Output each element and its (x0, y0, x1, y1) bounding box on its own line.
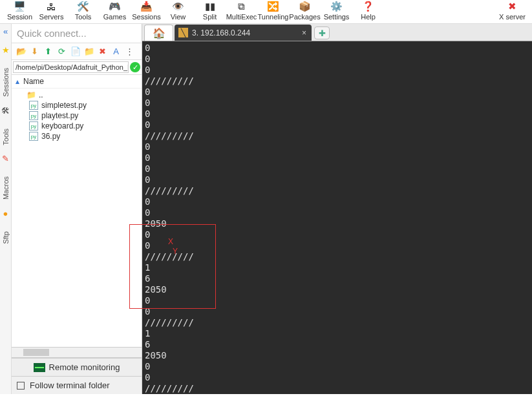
strip-collapse-icon[interactable]: « (3, 26, 8, 36)
strip-sftp-icon[interactable]: ● (3, 209, 8, 218)
tb-xserver-icon: ✖ (506, 2, 519, 11)
tb-sessions-icon: 📥 (140, 2, 153, 11)
tb-packages-icon: 📦 (299, 2, 312, 11)
file-name: simpletest.py (41, 101, 87, 110)
sftp-toolbar: 📂⬇⬆⟳📄📁✖A⋮ (12, 43, 142, 60)
strip-sessions-icon[interactable]: ★ (2, 45, 10, 55)
nav-more-icon[interactable]: ⋮ (124, 46, 135, 57)
nav-open-icon[interactable]: 📂 (16, 46, 27, 57)
tb-tools[interactable]: 🛠️Tools (67, 2, 99, 21)
tb-tools-label: Tools (67, 13, 99, 21)
file-row[interactable]: py36.py (12, 131, 142, 141)
file-row[interactable]: pykeyboard.py (12, 121, 142, 131)
content-area: 🏠 ╲ 3. 192.168.0.244 × ✚ 0 0 0 /////////… (142, 24, 532, 394)
file-name: playtest.py (41, 111, 78, 120)
tb-xserver-label: X server (496, 13, 528, 21)
file-name: .. (39, 90, 43, 99)
nav-newfile-icon[interactable]: 📄 (70, 46, 81, 57)
tb-view-label: View (162, 13, 194, 21)
tb-games-icon: 🎮 (109, 2, 122, 11)
python-file-icon: py (28, 132, 39, 141)
tb-view-icon: 👁️ (172, 2, 185, 11)
tb-settings[interactable]: ⚙️Settings (321, 2, 352, 21)
tb-session[interactable]: 🖥️Session (4, 2, 36, 21)
strip-macros-icon[interactable]: ✎ (2, 154, 9, 163)
new-tab-button[interactable]: ✚ (314, 26, 330, 39)
tb-sessions-label: Sessions (131, 13, 162, 21)
tb-tunneling-label: Tunneling (257, 13, 289, 21)
tb-games-label: Games (99, 13, 131, 21)
monitor-icon (34, 363, 45, 372)
tb-help[interactable]: ❓Help (352, 2, 384, 21)
tb-split[interactable]: ▮▮Split (194, 2, 226, 21)
nav-download-icon[interactable]: ⬇ (29, 46, 40, 57)
follow-terminal-checkbox[interactable]: Follow terminal folder (12, 377, 142, 394)
tb-servers-label: Servers (36, 13, 67, 21)
tb-settings-icon: ⚙️ (330, 2, 343, 11)
tb-packages[interactable]: 📦Packages (289, 2, 321, 21)
path-input[interactable]: /home/pi/Desktop/Adafruit_Python_MP (13, 61, 129, 73)
python-file-icon: py (28, 111, 39, 120)
tb-session-icon: 🖥️ (14, 2, 27, 11)
tb-tunneling-icon: 🔀 (267, 2, 280, 11)
home-icon: 🏠 (153, 27, 165, 39)
quick-connect-input[interactable]: Quick connect... (12, 24, 142, 43)
close-tab-icon[interactable]: × (302, 28, 306, 37)
tb-settings-label: Settings (321, 13, 352, 21)
nav-upload-icon[interactable]: ⬆ (43, 46, 54, 57)
nav-delete-icon[interactable]: ✖ (97, 46, 108, 57)
tb-tunneling[interactable]: 🔀Tunneling (257, 2, 289, 21)
file-row[interactable]: pysimpletest.py (12, 100, 142, 110)
tb-view[interactable]: 👁️View (162, 2, 194, 21)
terminal-icon: ╲ (178, 28, 188, 37)
side-strip: «★Sessions🛠Tools✎Macros●Sftp (0, 24, 12, 394)
tb-session-label: Session (4, 13, 36, 21)
python-file-icon: py (28, 121, 39, 130)
session-tab[interactable]: ╲ 3. 192.168.0.244 × (175, 25, 312, 41)
tb-tools-icon: 🛠️ (77, 2, 90, 11)
annotation-y: Y (173, 247, 178, 256)
file-name: 36.py (41, 132, 60, 141)
tab-bar: 🏠 ╲ 3. 192.168.0.244 × ✚ (142, 24, 532, 41)
file-row[interactable]: pyplaytest.py (12, 110, 142, 121)
tb-games[interactable]: 🎮Games (99, 2, 131, 21)
path-row: /home/pi/Desktop/Adafruit_Python_MP ✓ (12, 60, 142, 75)
python-file-icon: py (28, 101, 39, 110)
strip-tools-icon[interactable]: 🛠 (1, 106, 10, 116)
column-name: Name (23, 77, 44, 86)
file-row-parent[interactable]: 📁.. (12, 90, 142, 100)
strip-sessions-label[interactable]: Sessions (2, 68, 10, 97)
file-list: 📁..pysimpletest.pypyplaytest.pypykeyboar… (12, 89, 142, 347)
strip-macros-label[interactable]: Macros (2, 176, 10, 200)
tb-multiexec[interactable]: ⧉MultiExec (226, 2, 257, 21)
tb-servers[interactable]: 🖧Servers (36, 2, 67, 21)
home-tab[interactable]: 🏠 (144, 25, 173, 41)
tb-help-label: Help (352, 13, 384, 21)
file-name: keyboard.py (41, 121, 83, 130)
terminal[interactable]: 0 0 0 ///////// 0 0 0 0 ///////// 0 0 0 … (142, 41, 532, 394)
nav-rename-icon[interactable]: A (111, 46, 122, 57)
tb-xserver[interactable]: ✖X server (496, 2, 528, 21)
tb-split-icon: ▮▮ (204, 2, 217, 11)
h-scrollbar[interactable] (12, 347, 142, 358)
nav-newfolder-icon[interactable]: 📁 (83, 46, 94, 57)
checkbox-icon (17, 382, 25, 390)
main-toolbar: 🖥️Session🖧Servers🛠️Tools🎮Games📥Sessions👁… (0, 0, 532, 24)
strip-tools-label[interactable]: Tools (2, 129, 10, 145)
tb-sessions[interactable]: 📥Sessions (131, 2, 162, 21)
nav-refresh-icon[interactable]: ⟳ (56, 46, 67, 57)
path-ok-icon[interactable]: ✓ (130, 62, 140, 72)
file-list-header[interactable]: ▴ Name (12, 75, 142, 89)
remote-monitoring-button[interactable]: Remote monitoring (12, 358, 142, 377)
tb-split-label: Split (194, 13, 226, 21)
tb-multiexec-label: MultiExec (226, 13, 257, 21)
tb-help-icon: ❓ (362, 2, 375, 11)
tb-multiexec-icon: ⧉ (235, 2, 248, 11)
tb-servers-icon: 🖧 (45, 2, 58, 11)
folder-up-icon: 📁 (26, 90, 36, 99)
annotation-x: X (168, 237, 173, 246)
sort-arrow-icon: ▴ (16, 77, 19, 86)
strip-sftp-label[interactable]: Sftp (2, 231, 10, 244)
tab-title: 3. 192.168.0.244 (192, 28, 250, 37)
tb-packages-label: Packages (289, 13, 321, 21)
